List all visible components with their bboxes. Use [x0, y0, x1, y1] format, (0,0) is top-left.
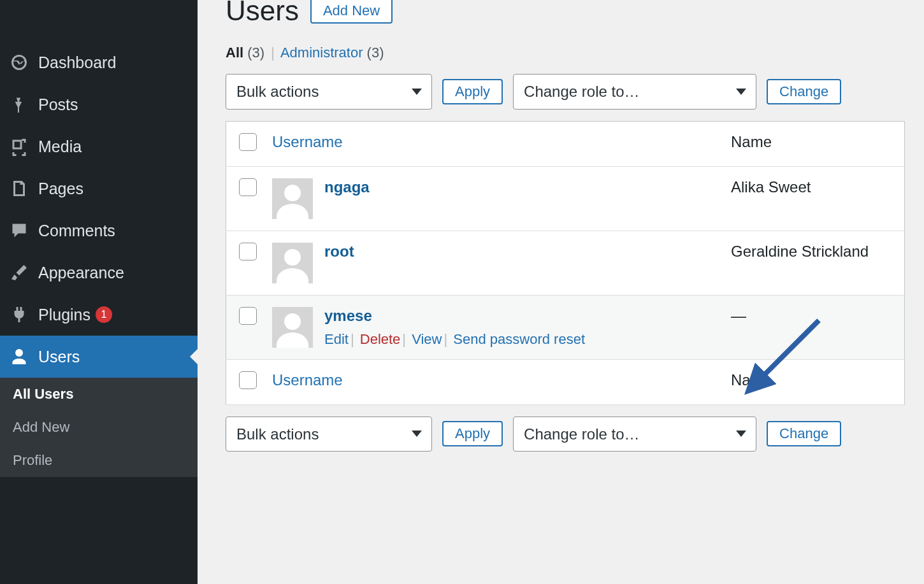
- plugins-badge: 1: [96, 306, 112, 323]
- bulk-actions-select-bottom[interactable]: Bulk actions: [226, 417, 432, 452]
- sidebar-item-label: Dashboard: [38, 53, 116, 72]
- comment-icon: [8, 219, 31, 242]
- sidebar-item-label: Appearance: [38, 264, 124, 282]
- table-row: ngaga Alika Sweet: [226, 166, 905, 231]
- username-link[interactable]: ymese: [324, 307, 372, 324]
- avatar: [272, 178, 313, 219]
- row-checkbox[interactable]: [239, 178, 257, 196]
- sidebar-item-dashboard[interactable]: Dashboard: [0, 41, 198, 83]
- avatar: [272, 243, 313, 283]
- sidebar-item-comments[interactable]: Comments: [0, 210, 198, 252]
- plug-icon: [8, 303, 31, 326]
- column-header-username[interactable]: Username: [272, 133, 343, 150]
- sidebar-subitem-add-new[interactable]: Add New: [0, 411, 198, 444]
- sidebar-item-label: Comments: [38, 222, 115, 240]
- sidebar-item-label: Pages: [38, 180, 83, 198]
- change-role-select[interactable]: Change role to…: [513, 74, 756, 110]
- sidebar-item-label: Plugins: [38, 306, 90, 324]
- edit-link[interactable]: Edit: [324, 331, 349, 347]
- row-actions: Edit| Delete| View| Send password reset: [324, 331, 585, 348]
- row-checkbox[interactable]: [239, 243, 257, 260]
- table-row: root Geraldine Strickland: [226, 231, 905, 295]
- send-password-reset-link[interactable]: Send password reset: [453, 331, 585, 347]
- column-header-name: Name: [731, 133, 772, 150]
- dashboard-icon: [8, 51, 31, 74]
- name-cell: Geraldine Strickland: [723, 231, 905, 295]
- media-icon: [8, 135, 31, 158]
- delete-link[interactable]: Delete: [360, 331, 401, 347]
- admin-sidebar: Dashboard Posts Media Pages Comments App…: [0, 0, 198, 584]
- bulk-actions-select[interactable]: Bulk actions: [226, 74, 432, 110]
- username-link[interactable]: ngaga: [324, 178, 370, 196]
- change-role-button[interactable]: Change: [767, 79, 841, 104]
- avatar: [272, 307, 313, 348]
- user-icon: [8, 345, 31, 368]
- table-row: ymese Edit| Delete| View| Send password …: [226, 295, 905, 359]
- sidebar-item-users[interactable]: Users: [0, 336, 198, 378]
- add-new-button[interactable]: Add New: [310, 0, 393, 24]
- apply-bulk-button[interactable]: Apply: [442, 79, 503, 104]
- filter-administrator[interactable]: Administrator (3): [280, 45, 384, 61]
- select-all-checkbox-footer[interactable]: [239, 371, 257, 389]
- apply-bulk-button-bottom[interactable]: Apply: [442, 421, 503, 446]
- view-link[interactable]: View: [412, 331, 442, 347]
- sidebar-item-posts[interactable]: Posts: [0, 83, 198, 125]
- row-checkbox[interactable]: [239, 307, 257, 325]
- page-title: Users: [226, 0, 299, 27]
- username-link[interactable]: root: [324, 243, 354, 260]
- sidebar-item-pages[interactable]: Pages: [0, 167, 198, 210]
- sidebar-subitem-all-users[interactable]: All Users: [0, 378, 198, 411]
- main-content: Users Add New All (3) | Administrator (3…: [198, 0, 924, 584]
- change-role-button-bottom[interactable]: Change: [767, 421, 841, 446]
- sidebar-item-label: Users: [38, 348, 80, 366]
- sidebar-subitem-profile[interactable]: Profile: [0, 444, 198, 477]
- filter-all[interactable]: All (3): [226, 45, 264, 61]
- sidebar-item-plugins[interactable]: Plugins 1: [0, 294, 198, 336]
- sidebar-item-label: Posts: [38, 96, 78, 114]
- pin-icon: [8, 93, 31, 116]
- select-all-checkbox[interactable]: [239, 133, 257, 151]
- brush-icon: [8, 261, 31, 284]
- name-cell: Alika Sweet: [723, 166, 905, 231]
- sidebar-item-media[interactable]: Media: [0, 125, 198, 167]
- sidebar-item-label: Media: [38, 138, 82, 156]
- filter-links: All (3) | Administrator (3): [226, 45, 905, 61]
- users-table: Username Name ngaga Alika Sweet: [226, 121, 905, 405]
- name-cell: —: [723, 295, 905, 359]
- pages-icon: [8, 177, 31, 200]
- sidebar-item-appearance[interactable]: Appearance: [0, 252, 198, 294]
- change-role-select-bottom[interactable]: Change role to…: [513, 417, 756, 452]
- column-footer-name: Name: [731, 371, 772, 388]
- column-footer-username[interactable]: Username: [272, 371, 343, 388]
